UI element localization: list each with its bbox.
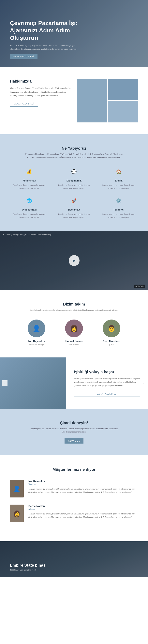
- about-image-top-right: [108, 79, 138, 100]
- footer-subtitle: 400 5th Ave Yeni York NY 10118: [10, 569, 46, 571]
- service-text-0: Sample text, Lorem ipsum dolor sit amet,…: [10, 184, 49, 190]
- cta-section: Şimdi deneyin! İşlevinin şekle akademisi…: [0, 409, 148, 456]
- about-images: [77, 79, 138, 122]
- service-item-0: 💰 Finansman Sample text, Lorem ipsum dol…: [10, 167, 49, 190]
- service-title-0: Finansman: [10, 179, 49, 182]
- testimonial-item-1: 👩 Bertie Norton Advisor "Aenean pulvinar…: [10, 504, 138, 522]
- team-avatar-1: 👩: [65, 320, 83, 337]
- testimonial-role-1: Advisor: [28, 508, 138, 510]
- video-play-button[interactable]: ▶: [69, 255, 80, 266]
- about-image-left: [77, 79, 107, 122]
- footer-section: Empire State binası 400 5th Ave Yeni Yor…: [0, 541, 148, 577]
- service-icon-1: 💬: [69, 167, 79, 177]
- testimonial-avatar-0: 👤: [10, 480, 24, 498]
- about-section: Hakkımızda Viyena Business Agency, Viyan…: [0, 67, 148, 134]
- hero-section: Çevrimiçi Pazarlama İşi: Ajansınızı Adım…: [0, 0, 148, 67]
- services-section: Ne Yapıyoruz Uluslararası Piyasalarda ve…: [0, 134, 148, 231]
- services-grid: 💰 Finansman Sample text, Lorem ipsum dol…: [10, 167, 138, 219]
- collab-next-arrow[interactable]: ›: [140, 380, 146, 386]
- testimonials-list: 👤 Nat Reynolds Danışman "Aenean pulvinar…: [10, 480, 138, 522]
- testimonial-item-0: 👤 Nat Reynolds Danışman "Aenean pulvinar…: [10, 480, 138, 498]
- testimonial-name-0: Nat Reynolds: [28, 480, 138, 483]
- about-text: Hakkımızda Viyena Business Agency, Viyan…: [10, 79, 71, 122]
- collab-text: Teknoloji Platformunda, Viyane'nin tekno…: [74, 377, 140, 387]
- team-avatar-0: 👤: [28, 320, 46, 337]
- service-title-2: Emlak: [99, 179, 138, 182]
- team-role-0: Muhasebe derneği: [21, 344, 52, 346]
- collaboration-section: ‹ İşbirliği yoluyla başarı Teknoloji Pla…: [0, 358, 148, 409]
- testimonial-name-1: Bertie Norton: [28, 504, 138, 508]
- testimonial-content-0: Nat Reynolds Danışman "Aenean pulvinar d…: [28, 480, 138, 494]
- service-icon-4: 🚀: [69, 196, 79, 206]
- collab-title: İşbirliği yoluyla başarı: [74, 370, 140, 374]
- about-cta-button[interactable]: DAHA FAZLA BİLGİ: [10, 101, 38, 107]
- team-section: Bizim takım Sample text. Lorem ipsum dol…: [0, 290, 148, 358]
- video-label: HD footage collage - using mobile phone,…: [3, 234, 52, 236]
- service-text-3: Sample text, Lorem ipsum dolor sit amet,…: [10, 213, 49, 219]
- video-section: HD footage collage - using mobile phone,…: [0, 231, 148, 290]
- team-grid: 👤 Nat Reynolds Muhasebe derneği 👩 Linda …: [10, 320, 138, 346]
- service-text-5: Sample text, Lorem ipsum dolor sit amet,…: [99, 213, 138, 219]
- collaboration-image: [0, 358, 66, 409]
- team-title: Bizim takım: [10, 302, 138, 306]
- testimonial-role-0: Danışman: [28, 483, 138, 485]
- services-subtitle: Uluslararası Piyasalarda ve Uluslararala…: [25, 153, 123, 159]
- service-item-3: 🌐 Uluslararası Sample text, Lorem ipsum …: [10, 196, 49, 219]
- cta-subscribe-button[interactable]: ABONE OL: [64, 438, 83, 444]
- team-member-2: 👨 Fred Morrison İş Hayı: [96, 320, 127, 346]
- service-icon-5: ⚙️: [114, 196, 124, 206]
- service-icon-0: 💰: [24, 167, 34, 177]
- collaboration-content: İşbirliği yoluyla başarı Teknoloji Platf…: [66, 358, 148, 409]
- cta-text: İşlevinin şekle akademisini kesinlikle Y…: [28, 427, 120, 434]
- service-item-1: 💬 Danışmanlık Sample text, Lorem ipsum d…: [55, 167, 94, 190]
- service-text-2: Sample text, Lorem ipsum dolor sit amet,…: [99, 184, 138, 190]
- collab-cta-button[interactable]: DAHA FAZLA BİLGİ: [74, 391, 140, 397]
- service-icon-2: 🏠: [114, 167, 124, 177]
- footer-overlay: [0, 541, 148, 577]
- testimonials-section: Müşterilerimiz ne diyor 👤 Nat Reynolds D…: [0, 456, 148, 541]
- testimonial-content-1: Bertie Norton Advisor "Aenean pulvinar d…: [28, 504, 138, 519]
- service-title-4: Başlamak: [55, 208, 94, 211]
- service-item-5: ⚙️ Teknoloji Sample text, Lorem ipsum do…: [99, 196, 138, 219]
- team-role-1: Satış Müdürü: [58, 344, 90, 346]
- hero-cta-button[interactable]: DAHA FAZLA BİLGİ: [10, 54, 38, 59]
- testimonial-text-1: "Aenean pulvinar dui ornare, feugiat lor…: [28, 512, 138, 519]
- testimonial-avatar-1: 👩: [10, 504, 24, 522]
- service-text-4: Sample text, Lorem ipsum dolor sit amet,…: [55, 213, 94, 219]
- testimonials-title: Müşterilerimiz ne diyor: [10, 467, 138, 472]
- service-title-3: Uluslararası: [10, 208, 49, 211]
- about-title: Hakkımızda: [10, 79, 71, 84]
- team-subtitle: Sample text. Lorem ipsum dolor sit amet,…: [28, 308, 120, 312]
- service-text-1: Sample text, Lorem ipsum dolor sit amet,…: [55, 184, 94, 190]
- service-item-4: 🚀 Başlamak Sample text, Lorem ipsum dolo…: [55, 196, 94, 219]
- cta-title: Şimdi deneyin!: [10, 421, 138, 425]
- footer-title: Empire State binası: [10, 563, 46, 568]
- team-avatar-2: 👨: [102, 320, 120, 337]
- youtube-badge: ▶ YouTube: [134, 284, 145, 288]
- team-member-0: 👤 Nat Reynolds Muhasebe derneği: [21, 320, 52, 346]
- team-name-0: Nat Reynolds: [21, 340, 52, 343]
- about-paragraph: Viyena Business Agency, Viyane'daki şirk…: [10, 86, 71, 97]
- service-item-2: 🏠 Emlak Sample text, Lorem ipsum dolor s…: [99, 167, 138, 190]
- footer-content: Empire State binası 400 5th Ave Yeni Yor…: [10, 563, 46, 571]
- collab-prev-arrow[interactable]: ‹: [2, 380, 8, 386]
- service-title-5: Teknoloji: [99, 208, 138, 211]
- about-image-bottom-right: [108, 101, 138, 122]
- testimonial-text-0: "Aenean pulvinar dui ornare, feugiat lor…: [28, 487, 138, 494]
- service-icon-3: 🌐: [24, 196, 34, 206]
- service-title-1: Danışmanlık: [55, 179, 94, 182]
- team-name-2: Fred Morrison: [96, 340, 127, 343]
- team-name-1: Linda Johnson: [58, 340, 90, 343]
- hero-title: Çevrimiçi Pazarlama İşi: Ajansınızı Adım…: [10, 19, 93, 42]
- hero-subtitle: Küçük Business Agency, Viyane'daki 'No5'…: [10, 44, 85, 50]
- team-member-1: 👩 Linda Johnson Satış Müdürü: [58, 320, 90, 346]
- team-role-2: İş Hayı: [96, 344, 127, 346]
- services-title: Ne Yapıyoruz: [10, 146, 138, 151]
